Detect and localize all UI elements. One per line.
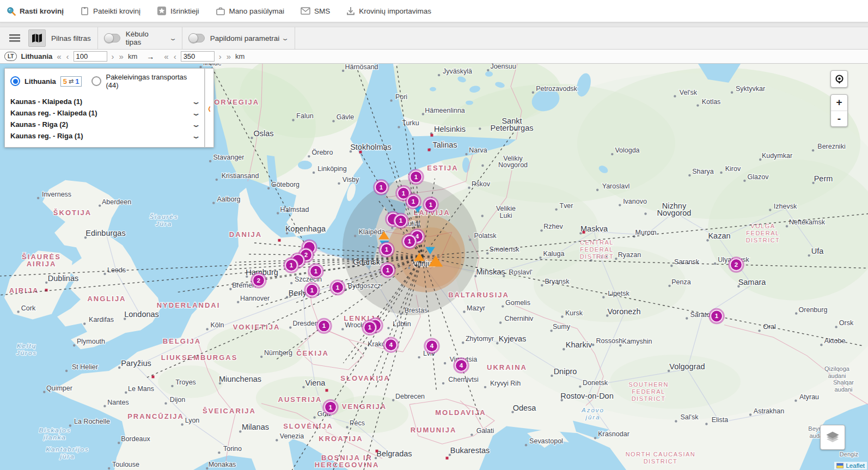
city-dot (390, 99, 392, 101)
map-label: BOSNIJA IRHERCEGOVINA (315, 454, 380, 469)
cluster-marker[interactable]: 1 (380, 242, 394, 257)
range-from-input[interactable] (74, 51, 107, 62)
ukraine-flag-icon (836, 463, 843, 468)
route-row[interactable]: Kaunas - Klaipeda (1) ⌄ (10, 96, 199, 107)
map-label: Oslas (253, 129, 273, 138)
chevron-down-icon[interactable]: ⌄ (191, 121, 200, 129)
sms-button[interactable]: SMS (301, 7, 330, 15)
route-row[interactable]: Kaunas reg. - Riga (1) ⌄ (10, 130, 199, 142)
city-dot (496, 342, 498, 344)
leaflet-attribution-link[interactable]: Leaflet (846, 462, 865, 469)
map-label: Sumy (553, 323, 571, 331)
range-from-fast-increase[interactable]: » (119, 52, 124, 60)
map-label: Kirov (725, 165, 741, 173)
body-type-toggle[interactable] (105, 34, 120, 42)
city-dot (540, 229, 542, 231)
chevron-down-icon[interactable]: ⌄ (191, 109, 200, 117)
extra-params-toggle[interactable] (189, 34, 205, 42)
range-from-increase[interactable]: › (111, 52, 115, 60)
chevron-down-icon[interactable]: ⌄ (191, 132, 200, 140)
map-label: NYDERLANDAI (157, 301, 221, 309)
cluster-marker[interactable]: 1 (317, 319, 331, 333)
my-offers-button[interactable]: Mano pasiūlymai (216, 7, 284, 16)
range-to-increase[interactable]: › (218, 52, 222, 60)
favorites-button[interactable]: Išrinktieji (157, 6, 199, 16)
map-view-button[interactable] (28, 29, 46, 47)
city-dot (758, 329, 760, 332)
passing-transport-label[interactable]: Pakeleivingas transportas (44) (106, 73, 199, 89)
range-to-input[interactable] (181, 51, 215, 62)
lithuania-radio-label[interactable]: Lithuania (25, 77, 56, 86)
panel-collapse-button[interactable]: ‹ (205, 68, 214, 148)
cargo-import-button[interactable]: Krovinių importavimas (346, 7, 431, 16)
route-row[interactable]: Kaunas - Riga (2) ⌄ (10, 119, 199, 130)
map-label: Kopenhaga (285, 224, 326, 233)
menu-button[interactable] (7, 30, 23, 46)
submit-cargo-button[interactable]: Pateikti krovinį (80, 7, 140, 16)
range-to-decrease[interactable]: ‹ (173, 52, 177, 60)
cluster-marker[interactable]: 4 (425, 339, 439, 353)
cluster-marker[interactable]: 2 (252, 273, 266, 288)
range-to-fast-increase[interactable]: » (226, 52, 231, 60)
map-label: Pskov (472, 180, 491, 188)
map-label: Venezia (280, 432, 304, 440)
chevron-down-icon[interactable]: ⌄ (191, 98, 200, 106)
map-canvas[interactable]: MoldeHärnösandJyväskyläJoensuuPetrozavod… (0, 64, 868, 470)
city-dot (43, 391, 45, 393)
map-label: Biskajosįlanka (39, 427, 71, 441)
cluster-marker[interactable]: 1 (284, 258, 298, 272)
sms-label: SMS (314, 7, 330, 15)
cluster-marker[interactable]: 1 (394, 214, 408, 228)
route-row[interactable]: Kaunas reg. - Klaipeda (1) ⌄ (10, 107, 199, 119)
map-label: VOKIETIJA (233, 323, 280, 331)
cluster-marker[interactable]: 1 (409, 170, 423, 184)
cluster-marker[interactable]: 1 (381, 263, 395, 277)
zoom-out-button[interactable]: - (831, 111, 847, 127)
svg-text:1: 1 (399, 217, 403, 224)
range-from-decrease[interactable]: ‹ (66, 52, 70, 60)
map-label: Yaroslavl (602, 182, 629, 190)
cluster-marker[interactable]: 1 (363, 320, 377, 334)
cluster-marker[interactable]: 1 (710, 309, 724, 323)
city-dot (696, 104, 699, 106)
capital-square (278, 239, 281, 242)
lithuania-radio[interactable] (10, 76, 20, 86)
cluster-marker[interactable]: 1 (309, 264, 323, 278)
map-label: Falun (296, 112, 313, 120)
city-dot (118, 367, 120, 369)
map-label: Glazov (748, 173, 769, 181)
locate-button[interactable] (830, 70, 848, 88)
cluster-marker[interactable]: 2 (729, 258, 743, 272)
freight-exchange-app: Rasti krovinį Pateikti krovinį Išrinktie… (0, 0, 868, 470)
cluster-marker[interactable]: 4 (384, 338, 398, 352)
zoom-in-button[interactable]: + (831, 95, 847, 111)
cluster-marker[interactable]: 1 (323, 400, 338, 414)
cluster-marker[interactable]: 1 (402, 234, 417, 248)
range-to-fast-decrease[interactable]: « (163, 52, 169, 60)
find-cargo-button[interactable]: Rasti krovinį (7, 7, 64, 16)
cluster-marker[interactable]: 4 (454, 358, 468, 373)
cluster-marker[interactable]: 1 (331, 280, 345, 295)
map-label: Orsk (839, 319, 854, 327)
cluster-marker[interactable]: 1 (424, 198, 438, 212)
city-dot (561, 315, 563, 318)
range-from-fast-decrease[interactable]: « (56, 52, 62, 60)
city-dot (422, 113, 424, 115)
city-dot (99, 204, 101, 206)
full-filter-label[interactable]: Pilnas filtras (51, 34, 91, 42)
map-label: Debrecen (395, 393, 425, 400)
passing-transport-radio[interactable] (91, 76, 101, 86)
chevron-down-icon[interactable]: ⌄ (169, 35, 177, 42)
layers-button[interactable] (820, 425, 845, 450)
map-label: Inverness (42, 191, 71, 198)
lake (466, 101, 473, 105)
chevron-down-icon[interactable]: ⌄ (282, 35, 290, 42)
city-dot (218, 451, 220, 454)
map-label: Chernivtsi (448, 376, 479, 383)
map-label: Plymouth (77, 338, 105, 345)
city-dot (484, 386, 486, 388)
cluster-marker[interactable]: 1 (305, 283, 319, 297)
cluster-marker[interactable]: 1 (406, 194, 420, 209)
cluster-marker[interactable]: 1 (374, 180, 388, 194)
city-dot (463, 310, 465, 313)
